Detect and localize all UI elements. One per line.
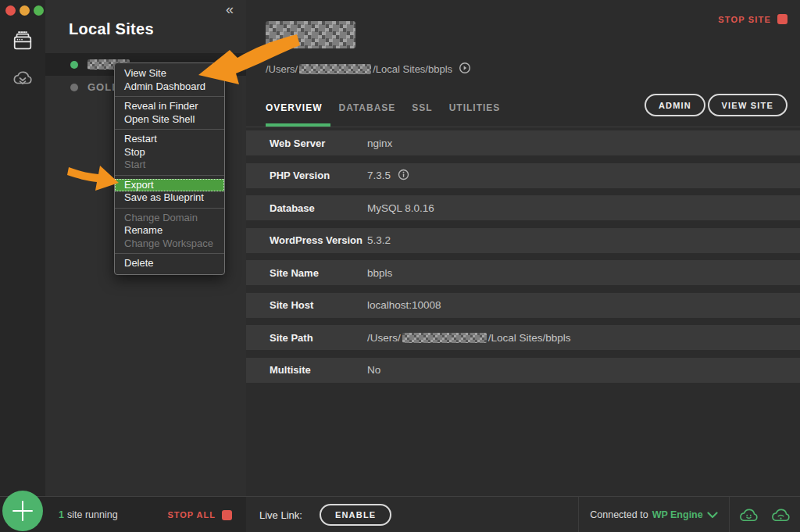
row-value: bbpls	[367, 267, 392, 279]
live-link-section: Live Link: ENABLE	[246, 497, 578, 532]
menu-group: Change Domain Rename Change Workspace	[115, 212, 224, 251]
stop-all-label: STOP ALL	[167, 510, 216, 520]
row-label: WordPress Version	[270, 234, 367, 246]
menu-separator	[115, 208, 224, 209]
row-value: 5.3.2	[367, 234, 391, 246]
admin-button[interactable]: ADMIN	[645, 94, 705, 116]
live-link-label: Live Link:	[259, 509, 302, 521]
menu-separator	[115, 96, 224, 97]
redacted-block	[299, 64, 371, 74]
stop-site-button[interactable]: STOP SITE	[718, 14, 788, 24]
chevron-down-icon	[707, 508, 718, 522]
table-row: Site Host localhost:10008	[246, 293, 800, 318]
left-rail	[0, 0, 45, 496]
tab-utilities[interactable]: UTILITIES	[449, 102, 501, 113]
menu-group: Export Save as Blueprint	[115, 179, 224, 205]
menu-item-open-site-shell[interactable]: Open Site Shell	[115, 113, 224, 127]
menu-group: View Site Admin Dashboard	[115, 67, 224, 93]
row-value: 7.3.5	[367, 169, 409, 183]
bottom-bar: 1 site running STOP ALL Live Link: ENABL…	[0, 496, 800, 532]
local-sites-icon[interactable]	[11, 29, 34, 55]
tab-overview[interactable]: OVERVIEW	[266, 102, 322, 113]
stop-all-button[interactable]: STOP ALL	[167, 497, 232, 532]
tab-database[interactable]: DATABASE	[338, 102, 395, 113]
window-minimize-button[interactable]	[20, 5, 30, 16]
menu-item-admin-dashboard[interactable]: Admin Dashboard	[115, 80, 224, 94]
table-row: Web Server nginx	[246, 130, 800, 155]
sidebar-collapse-icon[interactable]: «	[226, 2, 234, 18]
stop-site-label: STOP SITE	[718, 15, 771, 24]
cloud-actions	[729, 497, 800, 532]
menu-separator	[115, 253, 224, 254]
view-site-button[interactable]: VIEW SITE	[708, 94, 788, 116]
add-site-button[interactable]	[2, 491, 43, 531]
row-value: No	[367, 364, 380, 376]
open-path-icon[interactable]	[459, 62, 471, 77]
tabs-divider	[246, 127, 800, 127]
running-count: 1	[59, 509, 64, 520]
menu-item-save-as-blueprint[interactable]: Save as Blueprint	[115, 191, 224, 205]
menu-item-change-workspace-disabled: Change Workspace	[115, 237, 224, 251]
connected-prefix: Connected to	[590, 509, 648, 520]
row-value: nginx	[367, 137, 392, 149]
site-path-breadcrumb: /Users/ /Local Sites/bbpls	[266, 62, 471, 77]
detail-tabs: OVERVIEW DATABASE SSL UTILITIES	[266, 102, 516, 113]
row-value: localhost:10008	[367, 299, 441, 311]
menu-separator	[115, 129, 224, 130]
menu-item-stop[interactable]: Stop	[115, 146, 224, 159]
site-path-suffix: /Local Sites/bbpls	[488, 332, 571, 344]
window-zoom-button[interactable]	[34, 5, 44, 16]
table-row: Site Path /Users/ /Local Sites/bbpls	[246, 325, 800, 350]
connect-cloud-icon[interactable]	[11, 70, 34, 93]
row-label: Site Path	[270, 332, 367, 344]
site-detail-panel: STOP SITE /Users/ /Local Sites/bbpls OVE…	[246, 0, 800, 496]
menu-item-restart[interactable]: Restart	[115, 133, 224, 146]
redacted-block	[266, 21, 355, 48]
table-row: Site Name bbpls	[246, 260, 800, 285]
redacted-block	[402, 333, 487, 343]
menu-group: Delete	[115, 257, 224, 270]
php-version-value: 7.3.5	[367, 170, 391, 181]
row-label: PHP Version	[270, 170, 367, 181]
plus-icon	[22, 501, 23, 521]
menu-item-delete[interactable]: Delete	[115, 257, 224, 270]
row-value: /Users/ /Local Sites/bbpls	[367, 332, 571, 344]
table-row: Multisite No	[246, 358, 800, 383]
connected-provider-dropdown[interactable]: Connected to WP Engine	[578, 497, 729, 532]
table-row: Database MySQL 8.0.16	[246, 195, 800, 220]
sidebar-title: Local Sites	[69, 20, 154, 38]
menu-item-rename[interactable]: Rename	[115, 224, 224, 237]
row-label: Multisite	[270, 364, 367, 376]
path-suffix: /Local Sites/bbpls	[373, 63, 452, 75]
menu-item-start-disabled: Start	[115, 159, 224, 172]
menu-group: Restart Stop Start	[115, 133, 224, 172]
table-row: WordPress Version 5.3.2	[246, 228, 800, 253]
row-label: Site Host	[270, 299, 367, 311]
overview-table: Web Server nginx PHP Version 7.3.5 Datab…	[246, 130, 800, 390]
menu-group: Reveal in Finder Open Site Shell	[115, 100, 224, 126]
enable-live-link-button[interactable]: ENABLE	[320, 504, 391, 526]
row-label: Web Server	[270, 137, 367, 149]
menu-item-export-highlighted[interactable]: Export	[115, 179, 224, 192]
menu-item-view-site[interactable]: View Site	[115, 67, 224, 80]
site-title-redacted	[266, 21, 355, 52]
menu-item-change-domain-disabled: Change Domain	[115, 212, 224, 225]
site-path-prefix: /Users/	[367, 332, 401, 344]
menu-separator	[115, 175, 224, 176]
cloud-account-icon[interactable]	[738, 507, 759, 523]
row-label: Database	[270, 202, 367, 214]
stop-square-icon	[777, 14, 788, 24]
info-icon[interactable]	[398, 169, 409, 183]
row-label: Site Name	[270, 267, 367, 279]
stop-square-icon	[222, 510, 232, 520]
menu-item-reveal-in-finder[interactable]: Reveal in Finder	[115, 100, 224, 113]
window-close-button[interactable]	[5, 5, 16, 16]
row-value: MySQL 8.0.16	[367, 202, 434, 214]
site-running-dot	[70, 61, 78, 69]
running-label: site running	[67, 509, 118, 520]
table-row: PHP Version 7.3.5	[246, 163, 800, 188]
tab-ssl[interactable]: SSL	[412, 102, 432, 113]
cloud-sync-icon[interactable]	[770, 507, 791, 523]
site-context-menu: View Site Admin Dashboard Reveal in Find…	[114, 62, 225, 275]
site-stopped-dot	[70, 84, 78, 91]
